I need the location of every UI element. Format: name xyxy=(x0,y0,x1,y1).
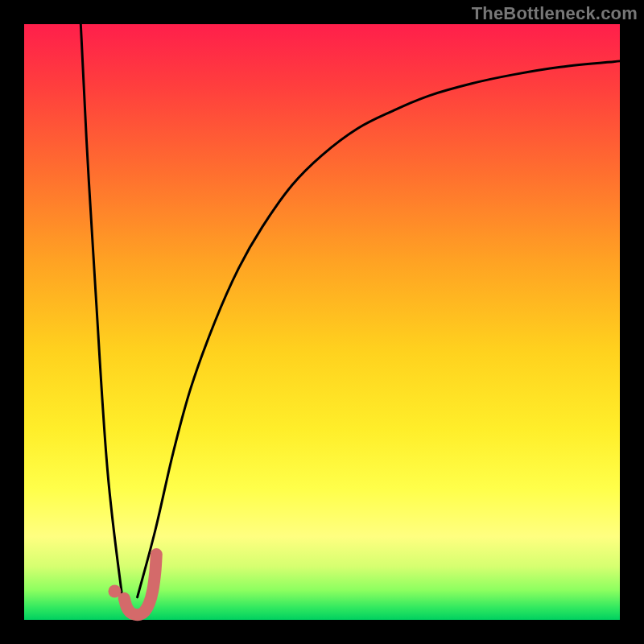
watermark-text: TheBottleneck.com xyxy=(472,3,638,24)
marker-dot xyxy=(108,584,121,597)
left-branch-line xyxy=(80,24,122,599)
chart-frame: TheBottleneck.com xyxy=(0,0,644,644)
chart-plot-svg xyxy=(0,0,644,644)
right-branch-line xyxy=(138,61,620,597)
